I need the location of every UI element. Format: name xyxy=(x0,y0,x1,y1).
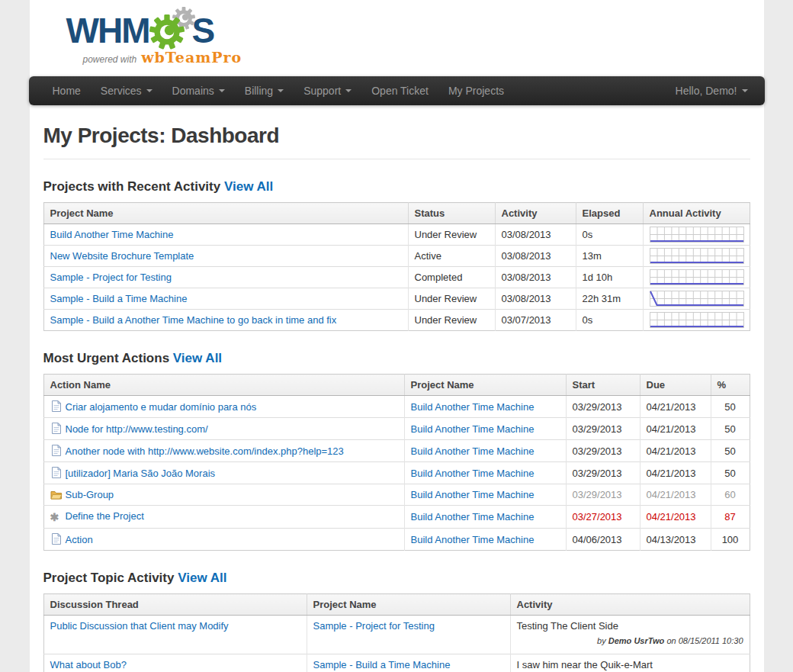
topic-activity-view-all-link[interactable]: View All xyxy=(178,571,226,585)
content-container: WHM S powered withwbTeamPro HomeServices… xyxy=(30,0,764,672)
project-link[interactable]: New Website Brochure Template xyxy=(50,250,194,262)
action-link[interactable]: Criar alojamento e mudar domínio para nó… xyxy=(66,401,257,413)
action-link[interactable]: Action xyxy=(66,534,93,545)
elapsed-cell: 0s xyxy=(576,224,643,246)
project-link[interactable]: Sample - Build a Time Machine xyxy=(313,659,451,670)
elapsed-cell: 1d 10h xyxy=(576,267,643,288)
author-name: Demo UsrTwo xyxy=(608,636,665,645)
whmcs-logo[interactable]: WHM S powered withwbTeamPro xyxy=(66,11,242,66)
document-icon xyxy=(50,400,63,412)
urgent-action-row: Sub-GroupBuild Another Time Machine03/29… xyxy=(43,484,750,506)
nav-item-services[interactable]: Services xyxy=(91,76,162,105)
column-header-project-name: Project Name xyxy=(404,375,566,396)
project-link[interactable]: Sample - Build a Another Time Machine to… xyxy=(50,314,337,326)
percent-cell: 50 xyxy=(711,462,750,484)
user-greeting: Hello, Demo! xyxy=(676,85,737,97)
column-header-due: Due xyxy=(640,375,711,396)
action-link[interactable]: Node for http://www.testing.com/ xyxy=(66,423,208,435)
column-header-start: Start xyxy=(566,375,640,396)
recent-activity-heading: Projects with Recent Activity View All xyxy=(43,179,750,195)
urgent-actions-heading: Most Urgent Actions View All xyxy=(43,351,750,366)
elapsed-cell: 13m xyxy=(576,246,643,267)
action-name-cell: [utilizador] Maria São João Morais xyxy=(43,462,404,484)
start-date-cell: 03/29/2013 xyxy=(566,484,640,506)
chevron-down-icon xyxy=(742,89,748,92)
nav-item-label: My Projects xyxy=(448,85,504,97)
whmcs-wordmark: WHM S xyxy=(66,11,242,50)
nav-item-home[interactable]: Home xyxy=(43,76,91,105)
action-link[interactable]: Sub-Group xyxy=(66,489,114,500)
nav-item-billing[interactable]: Billing xyxy=(235,76,294,105)
action-name-cell: Node for http://www.testing.com/ xyxy=(43,418,404,440)
start-date-cell: 03/29/2013 xyxy=(566,440,640,462)
column-header-activity: Activity xyxy=(495,203,576,224)
project-name-cell: Build Another Time Machine xyxy=(404,529,566,551)
nav-item-my-projects[interactable]: My Projects xyxy=(438,76,514,105)
topic-activity-table: Discussion ThreadProject NameActivity Pu… xyxy=(43,593,750,672)
status-cell: Active xyxy=(408,246,495,267)
action-link[interactable]: [utilizador] Maria São João Morais xyxy=(66,468,216,479)
project-link[interactable]: Sample - Project for Testing xyxy=(313,620,435,632)
nav-item-open-ticket[interactable]: Open Ticket xyxy=(361,76,438,105)
project-link[interactable]: Build Another Time Machine xyxy=(411,534,535,545)
activity-cell: Testing The Client Sideby Demo UsrTwo on… xyxy=(510,616,750,654)
activity-date-cell: 03/08/2013 xyxy=(495,224,576,246)
annual-activity-cell xyxy=(643,224,750,246)
status-cell: Completed xyxy=(408,267,495,288)
project-link[interactable]: Build Another Time Machine xyxy=(50,229,174,240)
percent-cell: 50 xyxy=(711,396,750,418)
user-menu[interactable]: Hello, Demo! xyxy=(676,85,751,97)
elapsed-cell: 22h 31m xyxy=(576,288,643,310)
project-link[interactable]: Build Another Time Machine xyxy=(411,468,535,479)
project-name-cell: Sample - Build a Time Machine xyxy=(43,288,408,310)
recent-project-row: New Website Brochure TemplateActive03/08… xyxy=(43,246,750,267)
column-header-action-name: Action Name xyxy=(43,375,404,396)
start-date-cell: 03/29/2013 xyxy=(566,462,640,484)
recent-activity-view-all-link[interactable]: View All xyxy=(224,179,273,194)
activity-date-cell: 03/08/2013 xyxy=(495,288,576,310)
urgent-actions-view-all-link[interactable]: View All xyxy=(173,351,222,365)
document-icon xyxy=(50,445,63,456)
column-header-activity: Activity xyxy=(510,594,750,616)
project-link[interactable]: Build Another Time Machine xyxy=(411,445,535,457)
thread-link[interactable]: Public Discussion that Client may Modify xyxy=(50,620,229,632)
urgent-action-row: Node for http://www.testing.com/Build An… xyxy=(43,418,750,440)
activity-byline: by Demo UsrTwo on 08/15/2011 10:30 xyxy=(517,636,743,645)
topic-row: What about Bob?Sample - Build a Time Mac… xyxy=(43,654,750,672)
annual-activity-sparkline xyxy=(650,269,744,285)
project-link[interactable]: Build Another Time Machine xyxy=(411,489,535,500)
action-link[interactable]: Define the Project xyxy=(66,510,144,522)
status-cell: Under Review xyxy=(408,310,495,331)
thread-link[interactable]: What about Bob? xyxy=(50,659,127,670)
project-link[interactable]: Build Another Time Machine xyxy=(411,423,535,435)
annual-activity-cell xyxy=(643,246,750,267)
action-name-cell: Another node with http://www.website.com… xyxy=(43,440,404,462)
status-cell: Under Review xyxy=(408,288,495,310)
activity-cell: I saw him near the Quik-e-Martby Webuddh… xyxy=(510,654,750,672)
chevron-down-icon xyxy=(219,89,225,92)
project-link[interactable]: Sample - Project for Testing xyxy=(50,272,172,283)
annual-activity-sparkline xyxy=(650,227,744,243)
nav-item-support[interactable]: Support xyxy=(294,76,361,105)
project-name-cell: Build Another Time Machine xyxy=(404,418,566,440)
project-link[interactable]: Sample - Build a Time Machine xyxy=(50,293,188,304)
due-date-cell: 04/21/2013 xyxy=(640,506,711,529)
activity-message: I saw him near the Quik-e-Mart xyxy=(517,659,743,670)
due-date-cell: 04/21/2013 xyxy=(640,462,711,484)
gear-icons xyxy=(149,10,191,51)
percent-cell: 50 xyxy=(711,440,750,462)
due-date-cell: 04/21/2013 xyxy=(640,418,711,440)
activity-date-cell: 03/08/2013 xyxy=(495,246,576,267)
action-name-cell: Sub-Group xyxy=(43,484,404,506)
project-link[interactable]: Build Another Time Machine xyxy=(411,511,535,522)
nav-item-label: Support xyxy=(303,85,341,97)
project-link[interactable]: Build Another Time Machine xyxy=(411,401,535,413)
column-header-status: Status xyxy=(408,203,495,224)
column-header-elapsed: Elapsed xyxy=(576,203,643,224)
recent-project-row: Sample - Build a Another Time Machine to… xyxy=(43,310,750,331)
discussion-thread-cell: What about Bob? xyxy=(43,654,307,672)
topic-activity-title: Project Topic Activity xyxy=(43,571,175,585)
action-link[interactable]: Another node with http://www.website.com… xyxy=(66,445,344,457)
due-date-cell: 04/21/2013 xyxy=(640,396,711,418)
nav-item-domains[interactable]: Domains xyxy=(162,76,235,105)
